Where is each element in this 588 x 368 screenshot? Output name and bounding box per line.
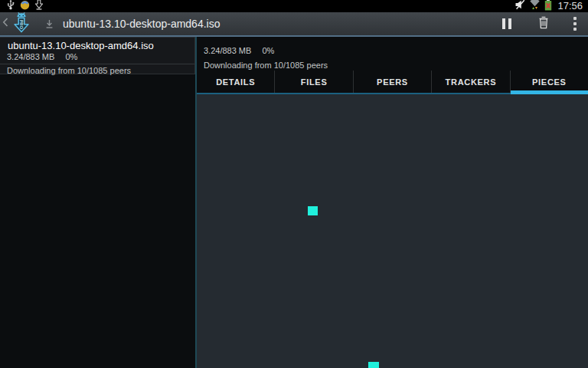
clock: 17:56 xyxy=(556,0,585,12)
app-icon: PRO xyxy=(10,11,33,37)
wifi-icon xyxy=(529,0,541,13)
action-bar: PRO ubuntu-13.10-desktop-amd64.iso xyxy=(0,12,588,37)
detail-size-progress: 3.24/883 MB xyxy=(204,46,251,55)
tab-pieces[interactable]: PIECES xyxy=(510,71,588,93)
up-button[interactable]: PRO xyxy=(0,12,36,35)
tab-details[interactable]: DETAILS xyxy=(197,71,274,93)
torrent-percent: 0% xyxy=(65,52,77,61)
detail-panel: 3.24/883 MB 0% Downloading from 10/1085 … xyxy=(197,37,588,368)
piece-block xyxy=(368,362,379,368)
tab-peers[interactable]: PEERS xyxy=(353,71,431,93)
pause-icon xyxy=(502,18,511,29)
action-bar-title: ubuntu-13.10-desktop-amd64.iso xyxy=(63,18,220,30)
back-chevron-icon xyxy=(2,16,8,31)
detail-status: Downloading from 10/1085 peers xyxy=(204,61,588,70)
download-arrow-icon xyxy=(44,18,55,30)
tab-strip: DETAILS FILES PEERS TRACKERS PIECES xyxy=(197,71,588,94)
overflow-menu-button[interactable] xyxy=(562,12,588,35)
detail-percent: 0% xyxy=(262,46,274,55)
status-bar-system-icons: 17:56 xyxy=(514,0,585,14)
content: ubuntu-13.10-desktop-amd64.iso 3.24/883 … xyxy=(0,37,588,368)
tab-label: TRACKERS xyxy=(446,77,497,87)
torrent-status: Downloading from 10/1085 peers xyxy=(0,64,194,75)
pieces-grid xyxy=(197,94,588,368)
mute-icon xyxy=(514,0,525,13)
delete-button[interactable] xyxy=(525,12,562,35)
svg-text:PRO: PRO xyxy=(19,20,24,30)
overflow-icon xyxy=(573,17,577,31)
download-notification-icon xyxy=(34,0,44,13)
torrent-progress-row: 3.24/883 MB 0% xyxy=(0,51,194,63)
trash-icon xyxy=(537,16,550,32)
tab-label: PIECES xyxy=(532,77,567,87)
torrent-list-item[interactable]: ubuntu-13.10-desktop-amd64.iso 3.24/883 … xyxy=(0,37,195,74)
torrent-list-panel: ubuntu-13.10-desktop-amd64.iso 3.24/883 … xyxy=(0,37,195,368)
tab-label: DETAILS xyxy=(216,77,255,87)
action-bar-actions xyxy=(488,12,588,35)
battery-unknown-icon xyxy=(544,0,552,14)
tab-label: PEERS xyxy=(377,77,408,87)
status-bar[interactable]: 17:56 xyxy=(0,0,588,12)
piece-block xyxy=(308,206,318,215)
detail-progress-row: 3.24/883 MB 0% xyxy=(204,46,588,55)
detail-header: 3.24/883 MB 0% Downloading from 10/1085 … xyxy=(197,37,588,70)
tab-trackers[interactable]: TRACKERS xyxy=(431,71,509,93)
torrent-name: ubuntu-13.10-desktop-amd64.iso xyxy=(0,38,194,51)
tab-files[interactable]: FILES xyxy=(274,71,352,93)
pause-button[interactable] xyxy=(488,12,525,35)
tab-label: FILES xyxy=(301,77,328,87)
torrent-size-progress: 3.24/883 MB xyxy=(7,52,54,61)
app-window: { "colors": { "accent": "#33b5e5", "piec… xyxy=(0,0,588,368)
